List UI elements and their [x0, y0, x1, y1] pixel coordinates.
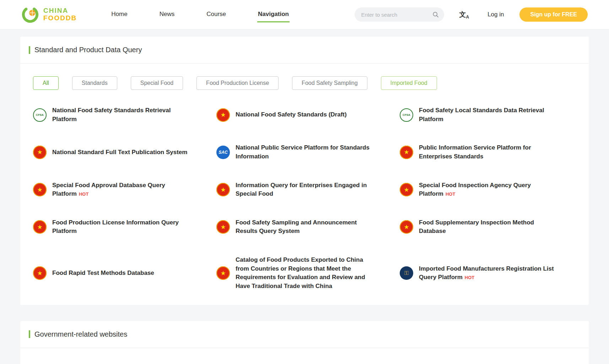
national-emblem-icon: ★ [216, 183, 230, 196]
main-nav: Home News Course Navigation [111, 7, 290, 22]
item-title: National Food Safety Standards Retrieval… [52, 106, 194, 124]
filter-all[interactable]: All [33, 76, 59, 90]
list-item[interactable]: ★ Special Food Approval Database Query P… [33, 181, 209, 199]
list-item[interactable]: ★ Food Supplementary Inspection Method D… [400, 218, 576, 236]
nav-item-news[interactable]: News [159, 7, 176, 22]
list-item[interactable]: CFSA National Food Safety Standards Retr… [33, 106, 209, 124]
filter-standards[interactable]: Standards [72, 76, 117, 90]
login-link[interactable]: Log in [487, 11, 504, 18]
search-input[interactable] [361, 12, 432, 18]
nav-item-navigation[interactable]: Navigation [257, 7, 290, 22]
brand-logo-icon [21, 6, 39, 23]
item-title: Catalog of Food Products Exported to Chi… [236, 256, 378, 291]
item-title: Food Safety Sampling and Announcement Re… [236, 218, 378, 236]
cfsa-logo-icon: CFSA [33, 108, 47, 122]
resource-grid: CFSA National Food Safety Standards Retr… [20, 90, 589, 305]
list-item[interactable]: ★ Catalog of Food Products Exported to C… [216, 256, 393, 291]
item-title: Imported Food Manufacturers Registration… [419, 265, 561, 282]
section-title: Standard and Product Data Query [34, 46, 142, 54]
section-title: Government-related websites [34, 330, 127, 338]
title-accent-bar [29, 46, 30, 54]
standard-product-query-card: Standard and Product Data Query All Stan… [20, 37, 589, 305]
customs-logo-icon: ⚿ [400, 266, 413, 280]
list-item[interactable]: ⚿ Imported Food Manufacturers Registrati… [400, 265, 576, 282]
filter-food-safety-sampling[interactable]: Food Safety Sampling [292, 76, 367, 90]
national-emblem-icon: ★ [400, 146, 413, 159]
filter-special-food[interactable]: Special Food [131, 76, 183, 90]
item-title: Food Supplementary Inspection Method Dat… [419, 218, 561, 236]
item-title: Food Safety Local Standards Data Retriev… [419, 106, 561, 124]
national-emblem-icon: ★ [33, 220, 47, 234]
brand-name-line2: FOODDB [43, 15, 77, 22]
search-icon[interactable] [432, 11, 439, 18]
signup-button[interactable]: Sign up for FREE [519, 7, 588, 22]
item-title: Food Rapid Test Methods Database [52, 269, 154, 278]
item-title: National Standard Full Text Publication … [52, 148, 187, 157]
item-title: Information Query for Enterprises Engage… [236, 181, 378, 199]
list-item[interactable]: ★ Special Food Inspection Agency Query P… [400, 181, 576, 199]
title-accent-bar [29, 330, 30, 338]
national-emblem-icon: ★ [33, 183, 47, 196]
list-item[interactable]: ★ Food Rapid Test Methods Database [33, 266, 209, 280]
hot-badge: HOT [79, 191, 88, 197]
list-item[interactable]: CFSA Food Safety Local Standards Data Re… [400, 106, 576, 124]
national-emblem-icon: ★ [216, 108, 230, 122]
list-item[interactable]: ★ National Standard Full Text Publicatio… [33, 146, 209, 159]
brand-name-line1: CHINA [43, 7, 77, 15]
brand-logo[interactable]: CHINA FOODDB [21, 6, 77, 23]
nav-item-home[interactable]: Home [111, 7, 128, 22]
government-websites-card: Government-related websites [20, 321, 589, 364]
national-emblem-icon: ★ [33, 266, 47, 280]
item-title: Food Production License Information Quer… [52, 218, 194, 236]
list-item[interactable]: ★ Food Safety Sampling and Announcement … [216, 218, 393, 236]
sac-logo-icon: SAC [216, 146, 230, 159]
search-box[interactable] [355, 7, 444, 22]
cfsa-logo-icon: CFSA [400, 108, 413, 122]
item-title: National Food Safety Standards (Draft) [236, 110, 347, 119]
item-title: Special Food Approval Database Query Pla… [52, 181, 194, 199]
filter-food-production-license[interactable]: Food Production License [196, 76, 279, 90]
national-emblem-icon: ★ [216, 220, 230, 234]
nav-item-course[interactable]: Course [206, 7, 227, 22]
item-title: Public Information Service Platform for … [419, 143, 561, 161]
card-header: Standard and Product Data Query [20, 37, 589, 64]
translate-icon[interactable]: 文A [459, 10, 469, 20]
national-emblem-icon: ★ [400, 220, 413, 234]
list-item[interactable]: ★ Food Production License Information Qu… [33, 218, 209, 236]
national-emblem-icon: ★ [216, 266, 230, 280]
filter-tabs: All Standards Special Food Food Producti… [20, 64, 589, 90]
national-emblem-icon: ★ [33, 146, 47, 159]
card-header: Government-related websites [20, 321, 589, 348]
item-title: Special Food Inspection Agency Query Pla… [419, 181, 561, 199]
item-title: National Public Service Platform for Sta… [236, 143, 378, 161]
filter-imported-food[interactable]: Imported Food [381, 76, 437, 90]
national-emblem-icon: ★ [400, 183, 413, 196]
list-item[interactable]: ★ Information Query for Enterprises Enga… [216, 181, 393, 199]
list-item[interactable]: ★ National Food Safety Standards (Draft) [216, 108, 393, 122]
list-item[interactable]: ★ Public Information Service Platform fo… [400, 143, 576, 161]
list-item[interactable]: SAC National Public Service Platform for… [216, 143, 393, 161]
navbar: CHINA FOODDB Home News Course Navigation… [0, 0, 609, 29]
hot-badge: HOT [446, 191, 455, 197]
hot-badge: HOT [465, 275, 474, 280]
brand-logo-text: CHINA FOODDB [43, 7, 77, 22]
